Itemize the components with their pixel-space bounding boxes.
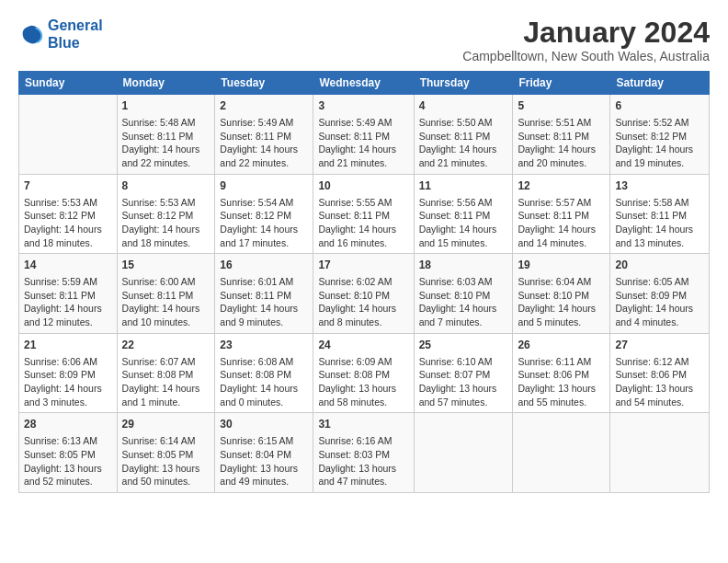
day-cell: 21Sunrise: 6:06 AM Sunset: 8:09 PM Dayli… bbox=[19, 333, 118, 413]
day-number: 2 bbox=[220, 98, 308, 114]
day-cell bbox=[414, 413, 513, 493]
day-number: 31 bbox=[318, 417, 408, 432]
day-cell: 19Sunrise: 6:04 AM Sunset: 8:10 PM Dayli… bbox=[513, 254, 610, 334]
day-info: Sunrise: 5:57 AM Sunset: 8:11 PM Dayligh… bbox=[518, 196, 605, 250]
day-number: 10 bbox=[318, 178, 408, 194]
day-info: Sunrise: 5:49 AM Sunset: 8:11 PM Dayligh… bbox=[318, 116, 408, 170]
day-number: 13 bbox=[615, 178, 704, 194]
day-cell: 16Sunrise: 6:01 AM Sunset: 8:11 PM Dayli… bbox=[215, 254, 313, 334]
day-number: 15 bbox=[122, 258, 210, 273]
day-number: 28 bbox=[24, 417, 112, 432]
day-number: 5 bbox=[518, 98, 605, 114]
header-tuesday: Tuesday bbox=[215, 72, 313, 95]
week-row-3: 21Sunrise: 6:06 AM Sunset: 8:09 PM Dayli… bbox=[19, 333, 710, 413]
day-info: Sunrise: 6:08 AM Sunset: 8:08 PM Dayligh… bbox=[220, 355, 308, 409]
day-number: 20 bbox=[615, 258, 704, 273]
day-number: 6 bbox=[615, 98, 704, 114]
day-number: 14 bbox=[24, 258, 112, 273]
day-cell: 10Sunrise: 5:55 AM Sunset: 8:11 PM Dayli… bbox=[313, 174, 414, 254]
day-info: Sunrise: 6:13 AM Sunset: 8:05 PM Dayligh… bbox=[24, 434, 112, 488]
header-saturday: Saturday bbox=[610, 72, 710, 95]
day-cell: 22Sunrise: 6:07 AM Sunset: 8:08 PM Dayli… bbox=[117, 333, 215, 413]
header-sunday: Sunday bbox=[19, 72, 118, 95]
day-info: Sunrise: 6:14 AM Sunset: 8:05 PM Dayligh… bbox=[122, 434, 210, 488]
page: General Blue January 2024 Campbelltown, … bbox=[0, 0, 728, 502]
day-cell: 1Sunrise: 5:48 AM Sunset: 8:11 PM Daylig… bbox=[117, 95, 215, 175]
header-monday: Monday bbox=[117, 72, 215, 95]
day-cell: 3Sunrise: 5:49 AM Sunset: 8:11 PM Daylig… bbox=[313, 95, 414, 175]
day-number: 11 bbox=[419, 178, 508, 194]
day-info: Sunrise: 5:56 AM Sunset: 8:11 PM Dayligh… bbox=[419, 196, 508, 250]
day-info: Sunrise: 6:01 AM Sunset: 8:11 PM Dayligh… bbox=[220, 275, 308, 329]
day-info: Sunrise: 6:00 AM Sunset: 8:11 PM Dayligh… bbox=[122, 275, 210, 329]
day-cell: 8Sunrise: 5:53 AM Sunset: 8:12 PM Daylig… bbox=[117, 174, 215, 254]
day-cell: 7Sunrise: 5:53 AM Sunset: 8:12 PM Daylig… bbox=[19, 174, 118, 254]
day-cell: 12Sunrise: 5:57 AM Sunset: 8:11 PM Dayli… bbox=[513, 174, 610, 254]
day-info: Sunrise: 5:58 AM Sunset: 8:11 PM Dayligh… bbox=[615, 196, 704, 250]
day-number: 3 bbox=[318, 98, 408, 114]
day-cell: 2Sunrise: 5:49 AM Sunset: 8:11 PM Daylig… bbox=[215, 95, 313, 175]
header-wednesday: Wednesday bbox=[313, 72, 414, 95]
day-cell: 31Sunrise: 6:16 AM Sunset: 8:03 PM Dayli… bbox=[313, 413, 414, 493]
day-info: Sunrise: 5:49 AM Sunset: 8:11 PM Dayligh… bbox=[220, 116, 308, 170]
week-row-1: 7Sunrise: 5:53 AM Sunset: 8:12 PM Daylig… bbox=[19, 174, 710, 254]
day-number: 12 bbox=[518, 178, 605, 194]
week-row-2: 14Sunrise: 5:59 AM Sunset: 8:11 PM Dayli… bbox=[19, 254, 710, 334]
day-cell: 18Sunrise: 6:03 AM Sunset: 8:10 PM Dayli… bbox=[414, 254, 513, 334]
day-number: 25 bbox=[419, 338, 508, 353]
header-friday: Friday bbox=[513, 72, 610, 95]
day-number: 23 bbox=[220, 338, 308, 353]
day-number: 8 bbox=[122, 178, 210, 194]
header-thursday: Thursday bbox=[414, 72, 513, 95]
logo-icon bbox=[18, 21, 44, 47]
day-cell: 26Sunrise: 6:11 AM Sunset: 8:06 PM Dayli… bbox=[513, 333, 610, 413]
day-number: 30 bbox=[220, 417, 308, 432]
header: General Blue January 2024 Campbelltown, … bbox=[18, 17, 710, 63]
day-cell: 11Sunrise: 5:56 AM Sunset: 8:11 PM Dayli… bbox=[414, 174, 513, 254]
day-info: Sunrise: 6:07 AM Sunset: 8:08 PM Dayligh… bbox=[122, 355, 210, 409]
day-cell: 29Sunrise: 6:14 AM Sunset: 8:05 PM Dayli… bbox=[117, 413, 215, 493]
day-info: Sunrise: 6:09 AM Sunset: 8:08 PM Dayligh… bbox=[318, 355, 408, 409]
logo: General Blue bbox=[18, 17, 103, 52]
title-area: January 2024 Campbelltown, New South Wal… bbox=[462, 17, 710, 63]
day-info: Sunrise: 6:15 AM Sunset: 8:04 PM Dayligh… bbox=[220, 434, 308, 488]
day-cell: 5Sunrise: 5:51 AM Sunset: 8:11 PM Daylig… bbox=[513, 95, 610, 175]
day-cell: 28Sunrise: 6:13 AM Sunset: 8:05 PM Dayli… bbox=[19, 413, 118, 493]
day-cell: 14Sunrise: 5:59 AM Sunset: 8:11 PM Dayli… bbox=[19, 254, 118, 334]
day-number: 21 bbox=[24, 338, 112, 353]
day-info: Sunrise: 6:11 AM Sunset: 8:06 PM Dayligh… bbox=[518, 355, 605, 409]
day-info: Sunrise: 5:59 AM Sunset: 8:11 PM Dayligh… bbox=[24, 275, 112, 329]
day-info: Sunrise: 6:10 AM Sunset: 8:07 PM Dayligh… bbox=[419, 355, 508, 409]
day-cell: 4Sunrise: 5:50 AM Sunset: 8:11 PM Daylig… bbox=[414, 95, 513, 175]
week-row-4: 28Sunrise: 6:13 AM Sunset: 8:05 PM Dayli… bbox=[19, 413, 710, 493]
day-number: 1 bbox=[122, 98, 210, 114]
day-number: 29 bbox=[122, 417, 210, 432]
subtitle: Campbelltown, New South Wales, Australia bbox=[462, 49, 710, 63]
day-info: Sunrise: 5:48 AM Sunset: 8:11 PM Dayligh… bbox=[122, 116, 210, 170]
day-info: Sunrise: 5:51 AM Sunset: 8:11 PM Dayligh… bbox=[518, 116, 605, 170]
day-info: Sunrise: 6:12 AM Sunset: 8:06 PM Dayligh… bbox=[615, 355, 704, 409]
day-info: Sunrise: 6:02 AM Sunset: 8:10 PM Dayligh… bbox=[318, 275, 408, 329]
day-number: 7 bbox=[24, 178, 112, 194]
day-info: Sunrise: 6:05 AM Sunset: 8:09 PM Dayligh… bbox=[615, 275, 704, 329]
day-info: Sunrise: 5:53 AM Sunset: 8:12 PM Dayligh… bbox=[122, 196, 210, 250]
day-number: 9 bbox=[220, 178, 308, 194]
logo-text: General Blue bbox=[48, 17, 103, 52]
day-cell: 20Sunrise: 6:05 AM Sunset: 8:09 PM Dayli… bbox=[610, 254, 710, 334]
day-info: Sunrise: 6:03 AM Sunset: 8:10 PM Dayligh… bbox=[419, 275, 508, 329]
week-row-0: 1Sunrise: 5:48 AM Sunset: 8:11 PM Daylig… bbox=[19, 95, 710, 175]
day-cell bbox=[513, 413, 610, 493]
day-info: Sunrise: 5:50 AM Sunset: 8:11 PM Dayligh… bbox=[419, 116, 508, 170]
day-number: 16 bbox=[220, 258, 308, 273]
day-info: Sunrise: 6:04 AM Sunset: 8:10 PM Dayligh… bbox=[518, 275, 605, 329]
day-info: Sunrise: 5:54 AM Sunset: 8:12 PM Dayligh… bbox=[220, 196, 308, 250]
day-info: Sunrise: 5:53 AM Sunset: 8:12 PM Dayligh… bbox=[24, 196, 112, 250]
calendar-table: Sunday Monday Tuesday Wednesday Thursday… bbox=[18, 71, 710, 493]
month-title: January 2024 bbox=[462, 17, 710, 49]
day-cell: 9Sunrise: 5:54 AM Sunset: 8:12 PM Daylig… bbox=[215, 174, 313, 254]
day-number: 19 bbox=[518, 258, 605, 273]
day-cell: 17Sunrise: 6:02 AM Sunset: 8:10 PM Dayli… bbox=[313, 254, 414, 334]
day-cell: 23Sunrise: 6:08 AM Sunset: 8:08 PM Dayli… bbox=[215, 333, 313, 413]
day-cell: 27Sunrise: 6:12 AM Sunset: 8:06 PM Dayli… bbox=[610, 333, 710, 413]
day-cell bbox=[610, 413, 710, 493]
